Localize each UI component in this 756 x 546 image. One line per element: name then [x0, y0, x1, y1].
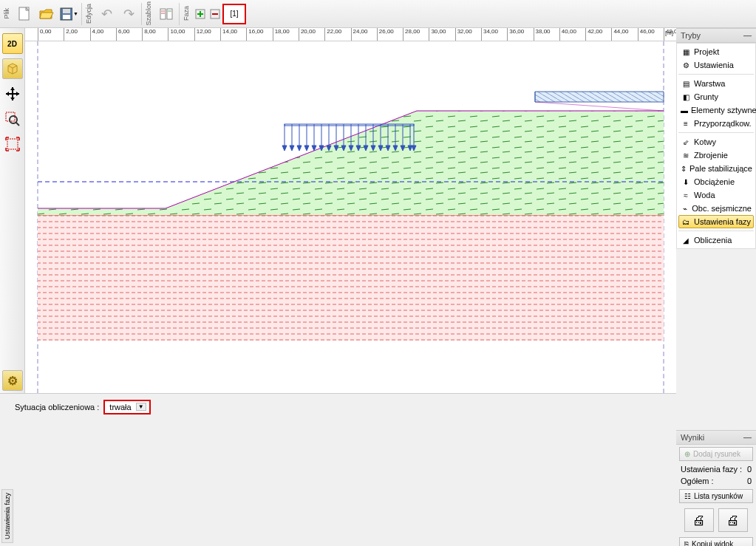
svg-line-18: [16, 122, 19, 126]
mode-icon: 🗂: [681, 216, 691, 227]
printer-icon: 🖨: [692, 513, 706, 528]
minimize-icon[interactable]: —: [743, 433, 752, 442]
mode-item-obc-sejsmiczne[interactable]: ⌁Obc. sejsmiczne: [678, 202, 754, 215]
ruler-tick: 40,00: [559, 28, 576, 41]
design-situation-label: Sytuacja obliczeniowa :: [15, 403, 99, 412]
ruler-tick: 38,00: [534, 28, 551, 41]
ruler-tick: 32,00: [455, 28, 472, 41]
mode-label: Elementy sztywne: [691, 106, 756, 115]
slope-diagram: [25, 41, 676, 393]
phase-1-button[interactable]: [1]: [222, 4, 246, 24]
undo-button[interactable]: ↶: [96, 2, 117, 26]
mode-label: Projekt: [694, 47, 719, 56]
template-group-label: Szablon: [143, 1, 154, 26]
template-button[interactable]: [156, 2, 177, 26]
ruler-tick: 8,00: [142, 28, 156, 41]
edit-group-label: Edycja: [84, 4, 94, 24]
svg-rect-4: [160, 9, 166, 19]
horizontal-ruler: 0,002,004,006,008,0010,0012,0014,0016,00…: [25, 28, 676, 41]
svg-rect-2: [63, 9, 70, 13]
zoom-extents-button[interactable]: [2, 134, 23, 154]
ruler-tick: 0,00: [38, 28, 52, 41]
print-button[interactable]: 🖨: [684, 508, 714, 532]
mode-label: Warstwa: [694, 79, 725, 88]
mode-label: Woda: [694, 191, 715, 199]
mode-icon: ⇙: [681, 137, 691, 147]
view-3d-button[interactable]: [2, 58, 23, 79]
open-file-button[interactable]: [36, 2, 57, 26]
mode-item-ustawienia-fazy[interactable]: 🗂Ustawienia fazy: [678, 215, 754, 228]
results-header: Wyniki —: [676, 430, 756, 445]
mode-item-ustawienia[interactable]: ⚙Ustawienia: [678, 58, 754, 72]
mode-label: Zbrojenie: [694, 151, 728, 160]
ruler-tick: 34,00: [481, 28, 498, 41]
canvas-area[interactable]: [25, 41, 676, 393]
ruler-tick: 46,00: [638, 28, 655, 41]
mode-item-kotwy[interactable]: ⇙Kotwy: [678, 135, 754, 149]
mode-item-warstwa[interactable]: ▤Warstwa: [678, 77, 754, 90]
mode-icon: ≈: [681, 190, 691, 200]
top-toolbar: Plik ▼ Edycja ↶ ↷ Szablon Faza [1]: [0, 0, 756, 28]
mode-label: Przyporządkow.: [694, 119, 752, 128]
list-icon: ☷: [684, 492, 691, 500]
minimize-icon[interactable]: —: [743, 31, 752, 40]
mode-item-projekt[interactable]: ▦Projekt: [678, 45, 754, 58]
tree-separator: [678, 231, 754, 231]
mode-icon: ▦: [681, 47, 691, 57]
phase-group-label: Faza: [181, 6, 191, 21]
ruler-tick: 20,00: [299, 28, 316, 41]
drawing-list-button[interactable]: ☷ Lista rysunków: [679, 489, 753, 503]
phase-settings-count: Ustawienia fazy :0: [676, 463, 756, 475]
ruler-tick: 36,00: [507, 28, 524, 41]
new-file-button[interactable]: [14, 2, 35, 26]
ruler-tick: 42,00: [585, 28, 602, 41]
mode-icon: ⇕: [681, 163, 687, 174]
copy-view-button[interactable]: ⎘ Kopiuj widok: [679, 537, 753, 546]
mode-icon: ⚙: [681, 60, 691, 70]
mode-item-obci-enie[interactable]: ⬇Obciążenie: [678, 175, 754, 188]
mode-item-przyporz-dkow-[interactable]: ≡Przyporządkow.: [678, 117, 754, 130]
mode-item-pale-stabilizuj-ce[interactable]: ⇕Pale stabilizujące: [678, 162, 754, 175]
mode-label: Ustawienia: [694, 61, 734, 69]
mode-item-zbrojenie[interactable]: ≋Zbrojenie: [678, 149, 754, 162]
printer-icon: 🖨: [726, 513, 740, 528]
tree-separator: [678, 74, 754, 75]
add-drawing-button[interactable]: ⊕ Dodaj rysunek: [679, 447, 753, 461]
plus-icon: ⊕: [684, 450, 690, 458]
ruler-tick: 44,00: [611, 28, 628, 41]
modes-panel: Tryby — ▦Projekt⚙Ustawienia▤Warstwa◧Grun…: [676, 28, 756, 249]
design-situation-combo[interactable]: trwała: [103, 400, 150, 414]
mode-item-obliczenia[interactable]: ◢Obliczenia: [678, 233, 754, 247]
ruler-tick: 14,00: [220, 28, 237, 41]
ruler-tick: 10,00: [168, 28, 185, 41]
ruler-tick: 16,00: [246, 28, 263, 41]
pan-button[interactable]: [2, 83, 23, 104]
redo-button[interactable]: ↷: [118, 2, 139, 26]
print-alt-button[interactable]: 🖨: [718, 508, 748, 532]
mode-label: Ustawienia fazy: [694, 217, 751, 226]
mode-label: Kotwy: [694, 137, 716, 146]
ruler-tick: 30,00: [429, 28, 446, 41]
svg-rect-5: [167, 9, 172, 19]
ruler-unit: [m]: [665, 30, 673, 36]
mode-item-grunty[interactable]: ◧Grunty: [678, 90, 754, 103]
zoom-window-button[interactable]: [2, 109, 23, 129]
mode-icon: ◢: [681, 235, 691, 245]
mode-item-woda[interactable]: ≈Woda: [678, 188, 754, 202]
settings-gear-button[interactable]: ⚙: [2, 370, 23, 391]
ruler-tick: 18,00: [273, 28, 290, 41]
add-phase-button[interactable]: [194, 8, 207, 20]
bottom-tab-label[interactable]: Ustawienia fazy: [1, 489, 13, 543]
view-2d-button[interactable]: 2D: [2, 33, 23, 54]
remove-phase-button[interactable]: [208, 8, 222, 20]
svg-marker-35: [535, 92, 664, 102]
gear-icon: ⚙: [7, 374, 18, 388]
ruler-tick: 26,00: [377, 28, 394, 41]
mode-icon: ⌁: [681, 203, 689, 214]
save-button[interactable]: ▼: [58, 2, 79, 26]
mode-icon: ◧: [681, 92, 691, 102]
mode-label: Pale stabilizujące: [689, 164, 752, 173]
ruler-tick: 28,00: [403, 28, 420, 41]
svg-rect-29: [38, 215, 664, 341]
mode-item-elementy-sztywne[interactable]: ▬Elementy sztywne: [678, 103, 754, 117]
